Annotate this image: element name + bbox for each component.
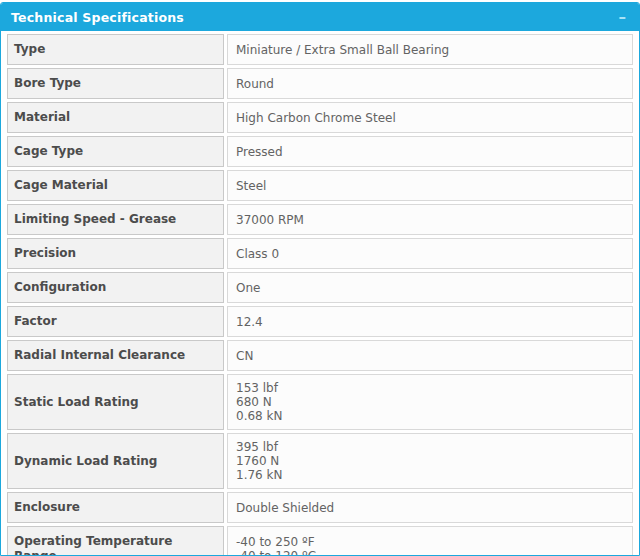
spec-value-line: Double Shielded: [236, 501, 624, 515]
spec-value-line: Round: [236, 77, 624, 91]
spec-value: 12.4: [227, 306, 633, 337]
spec-value-line: 680 N: [236, 395, 624, 409]
spec-label: Limiting Speed - Grease: [7, 204, 224, 235]
spec-row: Type Miniature / Extra Small Ball Bearin…: [7, 34, 633, 65]
spec-value: -40 to 250 ºF-40 to 120 ºC: [227, 526, 633, 556]
spec-row: Enclosure Double Shielded: [7, 492, 633, 523]
spec-value-line: Miniature / Extra Small Ball Bearing: [236, 43, 624, 57]
spec-label: Cage Material: [7, 170, 224, 201]
spec-row: Precision Class 0: [7, 238, 633, 269]
spec-row: Configuration One: [7, 272, 633, 303]
spec-row: Limiting Speed - Grease 37000 RPM: [7, 204, 633, 235]
spec-row: Bore Type Round: [7, 68, 633, 99]
panel-body: Type Miniature / Extra Small Ball Bearin…: [1, 31, 639, 556]
spec-label: Operating Temperature Range: [7, 526, 224, 556]
spec-value: Round: [227, 68, 633, 99]
spec-value-line: 0.68 kN: [236, 409, 624, 423]
spec-value-line: Class 0: [236, 247, 624, 261]
spec-label: Material: [7, 102, 224, 133]
spec-value: Class 0: [227, 238, 633, 269]
spec-value: 153 lbf680 N0.68 kN: [227, 374, 633, 430]
spec-value-line: Pressed: [236, 145, 624, 159]
spec-table: Type Miniature / Extra Small Ball Bearin…: [4, 31, 636, 556]
collapse-minus-icon[interactable]: –: [619, 10, 627, 25]
spec-row: Dynamic Load Rating 395 lbf1760 N1.76 kN: [7, 433, 633, 489]
spec-value: Pressed: [227, 136, 633, 167]
spec-label: Cage Type: [7, 136, 224, 167]
spec-value: CN: [227, 340, 633, 371]
spec-row: Cage Material Steel: [7, 170, 633, 201]
spec-table-body: Type Miniature / Extra Small Ball Bearin…: [7, 34, 633, 556]
spec-row: Factor 12.4: [7, 306, 633, 337]
spec-label: Static Load Rating: [7, 374, 224, 430]
spec-label: Enclosure: [7, 492, 224, 523]
spec-label: Precision: [7, 238, 224, 269]
spec-row: Cage Type Pressed: [7, 136, 633, 167]
spec-row: Static Load Rating 153 lbf680 N0.68 kN: [7, 374, 633, 430]
spec-value-line: 12.4: [236, 315, 624, 329]
panel-header[interactable]: Technical Specifications –: [1, 3, 639, 31]
spec-value-line: -40 to 120 ºC: [236, 549, 624, 556]
spec-label: Radial Internal Clearance: [7, 340, 224, 371]
spec-value-line: 37000 RPM: [236, 213, 624, 227]
spec-row: Radial Internal Clearance CN: [7, 340, 633, 371]
spec-row: Operating Temperature Range -40 to 250 º…: [7, 526, 633, 556]
spec-value-line: 1760 N: [236, 454, 624, 468]
spec-value: One: [227, 272, 633, 303]
spec-value: Steel: [227, 170, 633, 201]
spec-label: Type: [7, 34, 224, 65]
spec-value-line: High Carbon Chrome Steel: [236, 111, 624, 125]
spec-label: Factor: [7, 306, 224, 337]
spec-value-line: -40 to 250 ºF: [236, 535, 624, 549]
spec-value: Double Shielded: [227, 492, 633, 523]
spec-value: Miniature / Extra Small Ball Bearing: [227, 34, 633, 65]
panel-title: Technical Specifications: [11, 10, 184, 25]
spec-value: 395 lbf1760 N1.76 kN: [227, 433, 633, 489]
spec-label: Dynamic Load Rating: [7, 433, 224, 489]
spec-row: Material High Carbon Chrome Steel: [7, 102, 633, 133]
spec-value-line: 153 lbf: [236, 381, 624, 395]
spec-value-line: 1.76 kN: [236, 468, 624, 482]
spec-value: 37000 RPM: [227, 204, 633, 235]
spec-value-line: One: [236, 281, 624, 295]
spec-value-line: 395 lbf: [236, 440, 624, 454]
technical-specifications-panel: Technical Specifications – Type Miniatur…: [0, 2, 640, 556]
spec-value-line: CN: [236, 349, 624, 363]
spec-value: High Carbon Chrome Steel: [227, 102, 633, 133]
spec-label: Bore Type: [7, 68, 224, 99]
spec-value-line: Steel: [236, 179, 624, 193]
spec-label: Configuration: [7, 272, 224, 303]
